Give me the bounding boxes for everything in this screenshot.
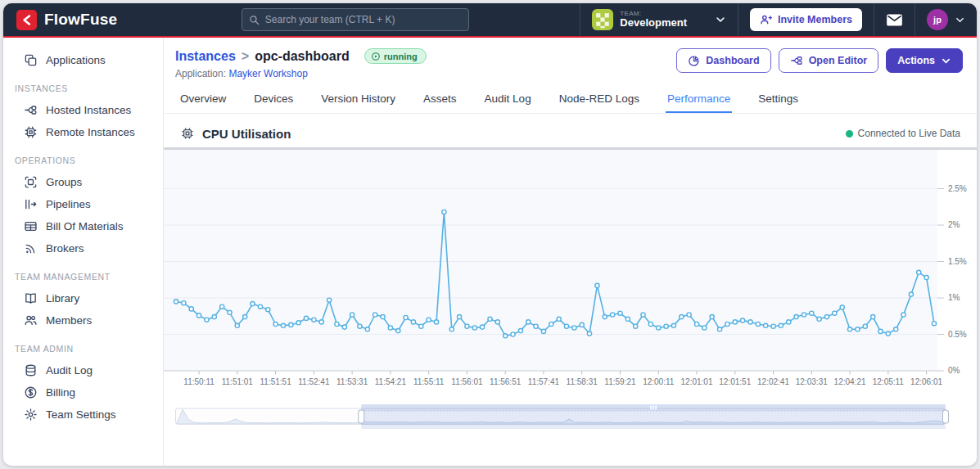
instance-tabs: OverviewDevicesVersion HistoryAssetsAudi… bbox=[164, 88, 977, 114]
sidebar-heading-team-management: TEAM MANAGEMENT bbox=[15, 272, 163, 282]
status-badge-label: running bbox=[384, 52, 418, 61]
tab-node-red-logs[interactable]: Node-RED Logs bbox=[558, 88, 641, 113]
sidebar-item-label: Applications bbox=[46, 54, 106, 66]
tab-devices[interactable]: Devices bbox=[252, 88, 295, 113]
svg-text:12:02:41: 12:02:41 bbox=[757, 377, 789, 386]
hosted-instances-icon bbox=[24, 103, 38, 117]
svg-text:0%: 0% bbox=[948, 367, 960, 376]
dashboard-button[interactable]: Dashboard bbox=[676, 48, 770, 73]
user-menu[interactable]: jp bbox=[915, 3, 977, 36]
sidebar-heading-team-admin: TEAM ADMIN bbox=[15, 344, 163, 354]
cpu-utilisation-chart[interactable]: 0%0.5%1%1.5%2%2.5%11:50:1111:51:0111:51:… bbox=[164, 150, 977, 395]
svg-text:12:05:11: 12:05:11 bbox=[873, 377, 905, 386]
svg-text:1.5%: 1.5% bbox=[948, 257, 967, 266]
sidebar-item-billing[interactable]: Billing bbox=[3, 381, 163, 404]
svg-text:0.5%: 0.5% bbox=[948, 330, 967, 339]
library-icon bbox=[24, 291, 38, 305]
chart-zoom-brush[interactable] bbox=[164, 404, 977, 430]
application-link[interactable]: Mayker Workshop bbox=[228, 68, 307, 79]
dashboard-button-label: Dashboard bbox=[706, 55, 759, 66]
chevron-down-icon bbox=[715, 14, 726, 25]
tab-settings[interactable]: Settings bbox=[756, 88, 800, 113]
tab-version-history[interactable]: Version History bbox=[319, 88, 397, 113]
flowfuse-logo-icon bbox=[16, 10, 37, 30]
chevron-down-icon bbox=[955, 15, 965, 25]
svg-text:11:54:21: 11:54:21 bbox=[375, 377, 407, 386]
chart-panel-header: CPU Utilisation Connected to Live Data bbox=[164, 126, 977, 150]
main-content: Instances > opc-dashboard running Applic… bbox=[164, 38, 977, 466]
sidebar-item-label: Brokers bbox=[46, 242, 84, 255]
invite-members-button[interactable]: Invite Members bbox=[750, 8, 862, 31]
open-editor-button[interactable]: Open Editor bbox=[779, 48, 879, 73]
sidebar-item-remote-instances[interactable]: Remote Instances bbox=[3, 121, 163, 143]
svg-text:12:03:31: 12:03:31 bbox=[796, 377, 828, 386]
search-icon bbox=[249, 15, 260, 25]
sidebar-item-label: Bill Of Materials bbox=[46, 220, 124, 232]
sidebar-heading-operations: OPERATIONS bbox=[15, 156, 163, 165]
sidebar-item-label: Remote Instances bbox=[46, 126, 135, 138]
bill-of-materials-icon bbox=[24, 219, 38, 233]
node-editor-icon bbox=[790, 54, 803, 67]
breadcrumb-separator: > bbox=[242, 49, 249, 64]
svg-text:11:58:31: 11:58:31 bbox=[567, 377, 598, 386]
brand[interactable]: FlowFuse bbox=[3, 3, 130, 36]
notifications-button[interactable] bbox=[874, 3, 915, 36]
live-data-status: Connected to Live Data bbox=[846, 128, 960, 139]
sidebar-item-team-settings[interactable]: Team Settings bbox=[3, 404, 163, 426]
sidebar-item-audit-log[interactable]: Audit Log bbox=[3, 359, 163, 381]
open-editor-button-label: Open Editor bbox=[809, 55, 868, 66]
sidebar-item-hosted-instances[interactable]: Hosted Instances bbox=[3, 99, 163, 121]
svg-text:12:00:11: 12:00:11 bbox=[643, 377, 675, 386]
svg-text:11:57:41: 11:57:41 bbox=[528, 377, 560, 386]
mail-icon bbox=[886, 11, 903, 29]
brand-name: FlowFuse bbox=[44, 11, 117, 29]
svg-text:11:51:51: 11:51:51 bbox=[260, 377, 291, 386]
svg-text:11:59:21: 11:59:21 bbox=[604, 377, 636, 386]
application-label: Application: bbox=[175, 68, 226, 79]
sidebar-item-groups[interactable]: Groups bbox=[3, 171, 163, 193]
svg-text:12:04:21: 12:04:21 bbox=[834, 377, 866, 386]
members-icon bbox=[24, 313, 38, 327]
svg-text:12:01:51: 12:01:51 bbox=[719, 377, 751, 386]
sidebar-item-pipelines[interactable]: Pipelines bbox=[3, 193, 163, 215]
svg-text:11:50:11: 11:50:11 bbox=[183, 377, 215, 386]
top-navbar: FlowFuse TEAM: Development Invite Member… bbox=[3, 3, 977, 38]
tab-assets[interactable]: Assets bbox=[422, 88, 458, 113]
sidebar-item-label: Library bbox=[46, 292, 79, 304]
invite-section: Invite Members bbox=[738, 3, 874, 36]
chevron-down-icon bbox=[941, 56, 951, 66]
sidebar-item-brokers[interactable]: Brokers bbox=[3, 237, 163, 259]
team-selector[interactable]: TEAM: Development bbox=[580, 3, 738, 36]
sidebar-item-label: Team Settings bbox=[46, 408, 116, 421]
sidebar: ApplicationsINSTANCESHosted InstancesRem… bbox=[3, 38, 164, 466]
search-input[interactable] bbox=[242, 8, 469, 31]
groups-icon bbox=[24, 175, 38, 189]
sidebar-item-label: Billing bbox=[46, 386, 75, 399]
breadcrumb-instances-link[interactable]: Instances bbox=[175, 49, 236, 64]
sidebar-item-applications[interactable]: Applications bbox=[3, 49, 163, 71]
status-badge: running bbox=[364, 48, 427, 64]
sidebar-item-label: Pipelines bbox=[46, 198, 91, 210]
sidebar-item-label: Audit Log bbox=[46, 364, 93, 377]
tab-performance[interactable]: Performance bbox=[666, 88, 732, 113]
svg-text:11:53:31: 11:53:31 bbox=[336, 377, 368, 386]
cpu-chip-icon bbox=[180, 126, 195, 141]
team-settings-icon bbox=[24, 408, 38, 422]
play-circle-icon bbox=[371, 52, 381, 61]
actions-button[interactable]: Actions bbox=[886, 48, 963, 73]
sidebar-item-library[interactable]: Library bbox=[3, 287, 163, 309]
sidebar-item-members[interactable]: Members bbox=[3, 309, 163, 331]
sidebar-item-label: Groups bbox=[46, 176, 82, 188]
tab-overview[interactable]: Overview bbox=[178, 88, 228, 113]
sidebar-item-label: Members bbox=[46, 314, 92, 327]
team-name: Development bbox=[620, 17, 687, 29]
svg-text:11:55:11: 11:55:11 bbox=[413, 377, 445, 386]
sidebar-item-bill-of-materials[interactable]: Bill Of Materials bbox=[3, 215, 163, 237]
svg-text:11:56:51: 11:56:51 bbox=[490, 377, 522, 386]
svg-text:11:51:01: 11:51:01 bbox=[222, 377, 254, 386]
svg-text:2%: 2% bbox=[948, 221, 960, 230]
svg-text:12:06:01: 12:06:01 bbox=[910, 377, 942, 386]
live-data-label: Connected to Live Data bbox=[858, 128, 960, 139]
team-search bbox=[242, 3, 469, 36]
tab-audit-log[interactable]: Audit Log bbox=[483, 88, 533, 113]
